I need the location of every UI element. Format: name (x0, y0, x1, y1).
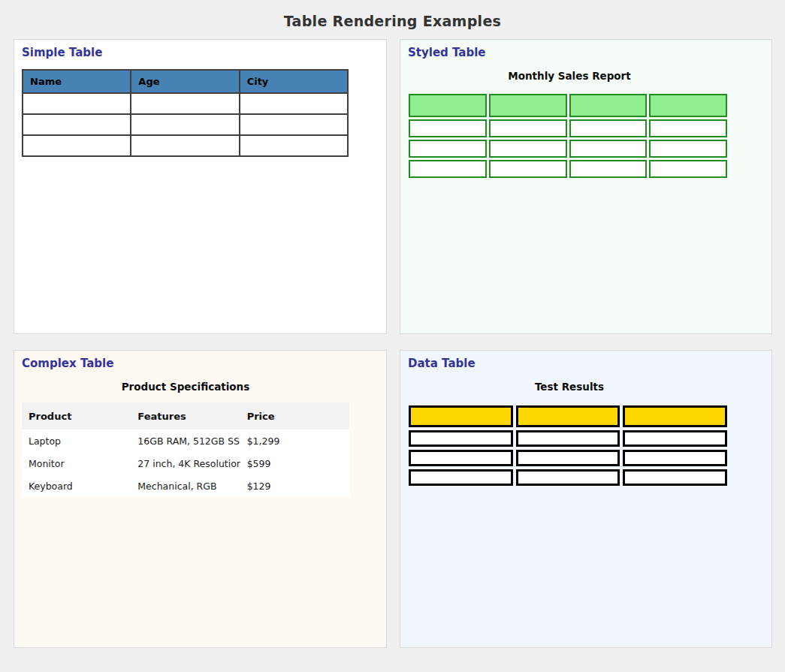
table-cell: Monitor (22, 452, 131, 475)
column-header: Product (22, 402, 131, 429)
column-header: Features (131, 402, 240, 429)
table-cell (240, 93, 348, 114)
table-cell (409, 430, 513, 447)
simple-table: NameAgeCity (22, 69, 349, 157)
table-cell (23, 114, 131, 135)
table-cell (131, 135, 239, 156)
table-cell (516, 469, 620, 486)
table-cell (409, 469, 513, 486)
table-cell (569, 140, 648, 158)
table-cell (569, 119, 648, 137)
data-table-wrap: Test Results (408, 381, 731, 489)
table-cell (23, 135, 131, 156)
complex-table: ProductFeaturesPriceLaptop16GB RAM, 512G… (22, 402, 349, 497)
table-row (409, 430, 727, 447)
complex-table-wrap: Product Specifications ProductFeaturesPr… (22, 381, 349, 497)
table-row: KeyboardMechanical, RGB$129 (22, 475, 349, 497)
table-cell (240, 135, 348, 156)
complex-table-title: Complex Table (22, 357, 379, 370)
complex-table-subtitle: Product Specifications (22, 381, 349, 393)
table-cell (489, 140, 567, 158)
table-row (409, 450, 727, 466)
table-cell (623, 469, 727, 486)
table-cell: Laptop (22, 429, 131, 452)
table-cell: 16GB RAM, 512GB SSD (131, 429, 240, 452)
table-cell (623, 430, 727, 447)
table-row (23, 135, 348, 156)
styled-table-title: Styled Table (408, 46, 764, 59)
data-table (406, 402, 730, 489)
table-cell (409, 160, 487, 178)
styled-table (406, 92, 729, 180)
header-row (409, 94, 727, 117)
table-row: Monitor27 inch, 4K Resolution$599 (22, 452, 349, 475)
table-cell: $599 (240, 452, 349, 475)
table-cell (131, 114, 239, 135)
column-header (569, 94, 648, 117)
table-row (23, 114, 348, 135)
simple-table-title: Simple Table (22, 46, 379, 59)
table-row (409, 469, 727, 486)
page-title: Table Rendering Examples (0, 0, 785, 39)
table-cell (649, 160, 727, 178)
header-row: ProductFeaturesPrice (22, 402, 349, 429)
table-cell (23, 93, 131, 114)
table-row (23, 93, 348, 114)
panel-data-table: Data Table Test Results (400, 350, 772, 648)
table-cell: 27 inch, 4K Resolution (131, 452, 240, 475)
column-header: Price (240, 402, 349, 429)
table-cell (489, 119, 567, 137)
panel-complex-table: Complex Table Product Specifications Pro… (14, 350, 387, 648)
simple-table-wrap: NameAgeCity (22, 69, 349, 157)
column-header (623, 405, 727, 427)
table-cell: Keyboard (22, 475, 131, 497)
table-cell: $1,299 (240, 429, 349, 452)
table-cell (649, 140, 727, 158)
panels-grid: Simple Table NameAgeCity Styled Table Mo… (14, 39, 785, 648)
table-cell (409, 140, 487, 158)
table-cell (516, 430, 620, 447)
table-row (409, 160, 727, 178)
column-header (409, 405, 513, 427)
table-row: Laptop16GB RAM, 512GB SSD$1,299 (22, 429, 349, 452)
column-header: Name (23, 70, 131, 93)
table-cell (409, 450, 513, 466)
header-row (409, 405, 727, 427)
table-cell (569, 160, 648, 178)
panel-styled-table: Styled Table Monthly Sales Report (400, 39, 772, 334)
table-cell (516, 450, 620, 466)
styled-table-wrap: Monthly Sales Report (408, 70, 731, 180)
column-header (409, 94, 487, 117)
table-cell (131, 93, 239, 114)
table-cell (649, 119, 727, 137)
table-cell (240, 114, 348, 135)
column-header (516, 405, 620, 427)
column-header (649, 94, 727, 117)
column-header: City (240, 70, 348, 93)
table-row (409, 119, 727, 137)
column-header (489, 94, 567, 117)
column-header: Age (131, 70, 239, 93)
header-row: NameAgeCity (23, 70, 348, 93)
panel-simple-table: Simple Table NameAgeCity (14, 39, 387, 334)
table-cell (489, 160, 567, 178)
table-row (409, 140, 727, 158)
table-cell (409, 119, 487, 137)
styled-table-subtitle: Monthly Sales Report (408, 70, 731, 82)
table-cell: Mechanical, RGB (131, 475, 240, 497)
table-cell: $129 (240, 475, 349, 497)
data-table-title: Data Table (408, 357, 764, 370)
table-cell (623, 450, 727, 466)
data-table-subtitle: Test Results (408, 381, 731, 393)
